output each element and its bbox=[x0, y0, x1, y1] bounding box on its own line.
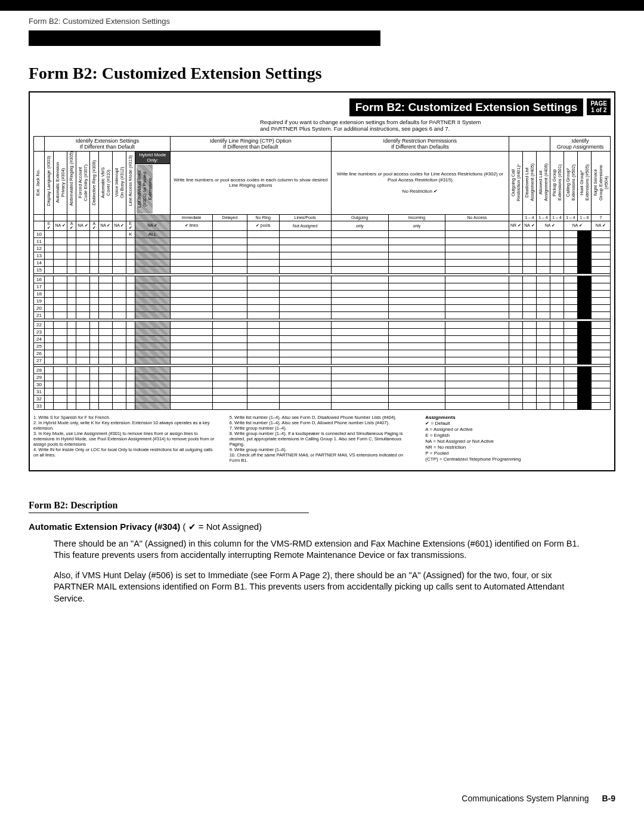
cell[interactable] bbox=[126, 283, 135, 290]
cell[interactable] bbox=[550, 297, 564, 304]
cell[interactable] bbox=[213, 266, 247, 273]
cell[interactable] bbox=[331, 259, 388, 266]
cell[interactable] bbox=[388, 245, 445, 252]
cell[interactable] bbox=[509, 381, 522, 388]
cell[interactable] bbox=[564, 304, 577, 311]
cell[interactable] bbox=[331, 290, 388, 297]
cell[interactable] bbox=[522, 230, 536, 237]
cell[interactable] bbox=[112, 321, 126, 328]
cell[interactable] bbox=[388, 328, 445, 335]
cell[interactable] bbox=[564, 283, 577, 290]
cell[interactable] bbox=[54, 252, 67, 259]
cell[interactable] bbox=[213, 290, 247, 297]
cell[interactable] bbox=[577, 290, 591, 297]
cell[interactable] bbox=[45, 357, 54, 364]
cell[interactable] bbox=[388, 335, 445, 342]
cell[interactable] bbox=[564, 230, 577, 237]
cell[interactable] bbox=[112, 395, 126, 402]
cell[interactable] bbox=[522, 290, 536, 297]
cell[interactable] bbox=[591, 335, 610, 342]
cell[interactable] bbox=[522, 276, 536, 283]
cell[interactable] bbox=[170, 230, 212, 237]
cell[interactable] bbox=[445, 230, 509, 237]
cell[interactable] bbox=[522, 357, 536, 364]
cell[interactable] bbox=[98, 237, 112, 245]
cell[interactable] bbox=[67, 366, 76, 374]
cell[interactable] bbox=[67, 245, 76, 252]
cell[interactable] bbox=[112, 290, 126, 297]
cell[interactable] bbox=[89, 290, 98, 297]
cell[interactable] bbox=[509, 237, 522, 245]
cell[interactable] bbox=[247, 395, 279, 402]
cell[interactable] bbox=[89, 230, 98, 237]
cell[interactable] bbox=[445, 311, 509, 319]
cell[interactable] bbox=[388, 381, 445, 388]
cell[interactable] bbox=[170, 402, 212, 409]
cell[interactable] bbox=[388, 283, 445, 290]
cell[interactable] bbox=[213, 374, 247, 381]
cell[interactable] bbox=[135, 388, 170, 395]
cell[interactable] bbox=[388, 297, 445, 304]
cell[interactable] bbox=[577, 357, 591, 364]
cell[interactable] bbox=[67, 402, 76, 409]
cell[interactable] bbox=[67, 252, 76, 259]
cell[interactable] bbox=[45, 350, 54, 357]
cell[interactable] bbox=[279, 297, 331, 304]
cell[interactable] bbox=[591, 304, 610, 311]
cell[interactable] bbox=[45, 381, 54, 388]
cell[interactable] bbox=[89, 395, 98, 402]
cell[interactable] bbox=[331, 381, 388, 388]
cell[interactable] bbox=[536, 266, 550, 273]
cell[interactable] bbox=[509, 357, 522, 364]
cell[interactable] bbox=[577, 350, 591, 357]
cell[interactable] bbox=[577, 252, 591, 259]
cell[interactable] bbox=[89, 283, 98, 290]
cell[interactable] bbox=[509, 311, 522, 319]
cell[interactable] bbox=[445, 357, 509, 364]
cell[interactable] bbox=[170, 283, 212, 290]
cell[interactable] bbox=[279, 290, 331, 297]
cell[interactable] bbox=[67, 304, 76, 311]
cell[interactable] bbox=[522, 350, 536, 357]
cell[interactable] bbox=[331, 230, 388, 237]
cell[interactable] bbox=[591, 388, 610, 395]
cell[interactable] bbox=[536, 245, 550, 252]
cell[interactable] bbox=[135, 276, 170, 283]
cell[interactable] bbox=[564, 328, 577, 335]
cell[interactable] bbox=[536, 357, 550, 364]
cell[interactable] bbox=[45, 402, 54, 409]
cell[interactable] bbox=[45, 230, 54, 237]
cell[interactable] bbox=[550, 245, 564, 252]
cell[interactable] bbox=[89, 304, 98, 311]
cell[interactable] bbox=[509, 252, 522, 259]
cell[interactable] bbox=[247, 230, 279, 237]
cell[interactable] bbox=[45, 328, 54, 335]
cell[interactable] bbox=[591, 245, 610, 252]
cell[interactable] bbox=[550, 388, 564, 395]
cell[interactable] bbox=[54, 335, 67, 342]
cell[interactable] bbox=[112, 374, 126, 381]
cell[interactable] bbox=[213, 335, 247, 342]
cell[interactable] bbox=[213, 321, 247, 328]
cell[interactable] bbox=[76, 304, 89, 311]
cell[interactable] bbox=[445, 321, 509, 328]
cell[interactable] bbox=[279, 402, 331, 409]
cell[interactable] bbox=[564, 297, 577, 304]
cell[interactable] bbox=[279, 366, 331, 374]
cell[interactable] bbox=[279, 321, 331, 328]
cell[interactable] bbox=[522, 237, 536, 245]
cell[interactable] bbox=[67, 311, 76, 319]
cell[interactable] bbox=[213, 237, 247, 245]
cell[interactable] bbox=[564, 290, 577, 297]
cell[interactable] bbox=[577, 311, 591, 319]
cell[interactable] bbox=[213, 245, 247, 252]
cell[interactable] bbox=[445, 395, 509, 402]
cell[interactable] bbox=[279, 304, 331, 311]
cell[interactable] bbox=[509, 402, 522, 409]
cell[interactable] bbox=[213, 259, 247, 266]
cell[interactable] bbox=[388, 366, 445, 374]
cell[interactable] bbox=[213, 342, 247, 350]
cell[interactable] bbox=[279, 266, 331, 273]
cell[interactable] bbox=[331, 311, 388, 319]
cell[interactable] bbox=[67, 335, 76, 342]
